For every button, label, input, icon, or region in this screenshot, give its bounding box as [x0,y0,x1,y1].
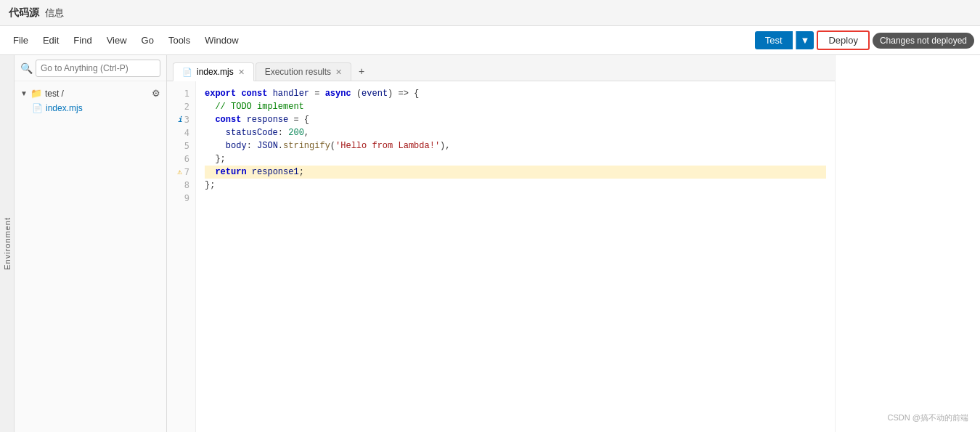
toolbar-group: Test ▼ Deploy Changes not deployed [755,30,974,50]
tab-label-index: index.mjs [197,67,234,77]
line-numbers: 12i3456⚠789 [167,81,196,432]
file-icon: 📄 [32,103,43,113]
file-label: index.mjs [46,103,83,113]
folder-icon: 📁 [30,88,42,99]
menu-tools[interactable]: Tools [161,32,197,49]
watermark: CSDN @搞不动的前端 [888,412,968,423]
title-bar: 代码源 信息 [0,0,980,26]
test-dropdown-button[interactable]: ▼ [796,31,814,49]
app-title: 代码源 [9,7,39,20]
test-button[interactable]: Test [755,31,793,49]
code-content[interactable]: export const handler = async (event) => … [196,81,835,432]
tab-label-execution: Execution results [265,67,331,77]
menu-window[interactable]: Window [197,32,245,49]
search-icon: 🔍 [20,62,33,74]
code-editor: 12i3456⚠789 export const handler = async… [167,81,835,432]
tab-bar: 📄 index.mjs ✕ Execution results ✕ + [167,55,835,81]
file-tree-toolbar: 🔍 [15,55,166,81]
line-number-2: 2 [167,100,195,113]
folder-arrow-icon: ▼ [20,89,28,97]
tab-file-icon: 📄 [182,68,192,77]
file-tree-content: ▼ 📁 test / ⚙ 📄 index.mjs [15,81,166,120]
line-number-3: i3 [167,113,195,126]
code-line-8: }; [205,179,826,192]
menu-view[interactable]: View [99,32,134,49]
tab-close-icon[interactable]: ✕ [238,68,245,77]
code-line-9 [205,192,826,205]
tab-close-execution-icon[interactable]: ✕ [335,68,342,77]
gear-button[interactable]: ⚙ [152,88,160,99]
folder-label: test / [45,89,64,99]
environment-sidebar: Environment [0,55,15,432]
code-line-1: export const handler = async (event) => … [205,87,826,100]
folder-row[interactable]: ▼ 📁 test / ⚙ [15,86,166,101]
line-number-6: 6 [167,152,195,166]
line-number-7: ⚠7 [167,166,195,179]
main-layout: Environment 🔍 ▼ 📁 test / ⚙ 📄 index.mjs 📄 [0,55,980,432]
line-number-1: 1 [167,87,195,100]
tab-index-mjs[interactable]: 📄 index.mjs ✕ [173,62,254,81]
tab-add-button[interactable]: + [353,62,370,81]
environment-label: Environment [3,217,12,270]
info-icon: i [178,113,182,126]
right-panel [835,55,980,432]
app-info: 信息 [45,7,64,20]
code-line-7: return response1; [205,166,826,179]
tab-execution-results[interactable]: Execution results ✕ [256,62,351,81]
search-input[interactable] [36,60,160,77]
line-number-9: 9 [167,192,195,205]
deploy-button[interactable]: Deploy [817,30,869,50]
code-line-6: }; [205,152,826,166]
warn-icon: ⚠ [177,166,182,179]
menu-bar: File Edit Find View Go Tools Window Test… [0,26,980,55]
menu-find[interactable]: Find [66,32,99,49]
line-number-5: 5 [167,139,195,152]
code-line-4: statusCode: 200, [205,126,826,139]
menu-edit[interactable]: Edit [36,32,66,49]
file-row[interactable]: 📄 index.mjs [15,101,166,115]
line-number-4: 4 [167,126,195,139]
code-line-2: // TODO implement [205,100,826,113]
line-number-8: 8 [167,179,195,192]
not-deployed-badge: Changes not deployed [873,33,974,49]
code-line-3: const response = { [205,113,826,126]
editor-area: 📄 index.mjs ✕ Execution results ✕ + 12i3… [167,55,835,432]
menu-go[interactable]: Go [134,32,161,49]
code-line-5: body: JSON.stringify('Hello from Lambda!… [205,139,826,152]
menu-file[interactable]: File [6,32,36,49]
file-tree-panel: 🔍 ▼ 📁 test / ⚙ 📄 index.mjs [15,55,167,432]
